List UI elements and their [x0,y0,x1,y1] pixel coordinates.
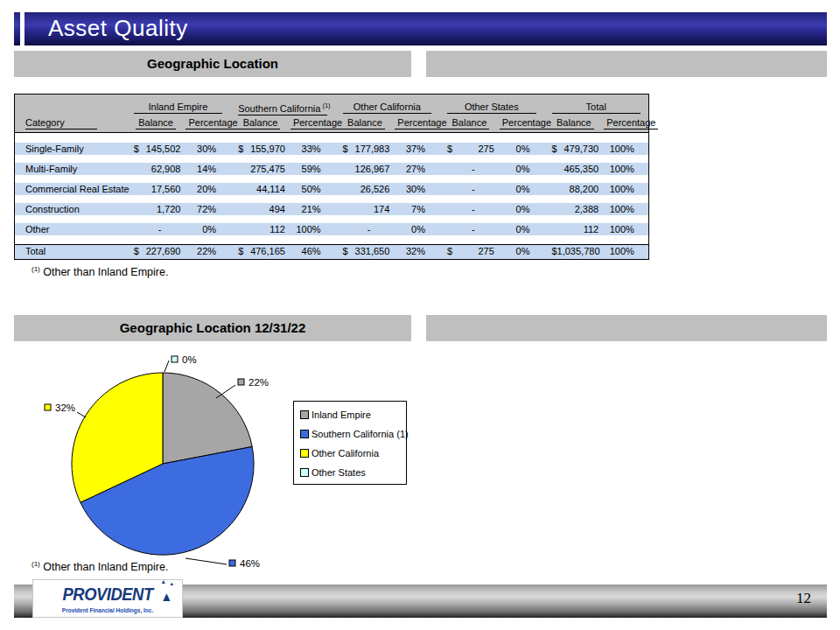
geographic-location-table: Inland EmpireSouthern California (1)Othe… [14,94,649,260]
pie-label-marker [238,379,244,385]
table-cell-percentage: 100% [604,183,648,195]
table-cell-balance: 62,908 [126,163,186,175]
table-cell-balance: $476,165 [230,245,290,259]
slide: Asset Quality Geographic Location Inland… [0,0,840,630]
mountain-icon: ▲ [160,590,172,603]
table-cell-percentage: 0% [500,183,544,195]
table-row: Commercial Real Estate17,56020%44,11450%… [15,183,648,195]
table-cell-balance: 88,200 [543,183,604,195]
legend-item: Other States [300,463,406,482]
table-cell-percentage: 72% [186,203,230,215]
table-cell-balance: - [439,223,500,235]
table-subheader-percentage: Percentage [395,117,439,130]
table-cell-percentage: 30% [395,183,439,195]
table-cell-balance: $145,502 [126,143,186,155]
pie-leader-line [216,385,235,398]
provident-logo-text: PROVIDENT [62,584,152,604]
section-header-table: Geographic Location [14,51,411,77]
pie-data-label: 32% [55,402,75,413]
legend-item: Southern California (1) [300,424,406,444]
table-cell-balance: - [126,223,186,235]
table-cell-balance: 1,720 [126,203,186,215]
table-cell-percentage: 0% [500,163,544,175]
table-cell-balance: 112 [543,223,604,235]
table-cell-percentage: 0% [500,203,544,215]
pie-chart-legend: Inland EmpireSouthern California (1)Othe… [293,401,407,485]
table-cell-percentage: 0% [500,245,544,259]
table-cell-balance: - [439,183,500,195]
table-cell-percentage: 0% [186,223,230,235]
legend-marker-icon [300,449,309,458]
table-cell-percentage: 37% [395,143,439,155]
pie-label-marker [45,404,51,410]
table-cell-balance: 174 [335,203,396,215]
table-cell-balance: $331,650 [335,245,396,259]
legend-marker-icon [300,468,309,477]
pie-label-marker [172,356,178,362]
legend-label: Other California [312,448,379,458]
table-group-header-3: Other California [335,102,439,116]
provident-logo-subtitle: Provident Financial Holdings, Inc. [33,607,182,613]
table-row: Single-Family$145,50230%$155,97033%$177,… [15,143,648,155]
table-cell-balance: 17,560 [126,183,186,195]
table-subheader-percentage: Percentage [604,117,648,130]
chart-footnote: (1) Other than Inland Empire. [32,560,168,573]
table-cell-balance: - [439,203,500,215]
geographic-location-pie-chart: 22%46%32%0% [26,350,306,578]
table-cell-balance: 44,114 [230,183,290,195]
table-cell-percentage: 59% [290,163,335,175]
table-row: Other-0%112100%-0%-0%112100% [15,223,648,235]
table-body: Single-Family$145,50230%$155,97033%$177,… [15,133,648,259]
legend-marker-icon [300,410,309,419]
table-group-header-2: Southern California (1) [230,102,334,116]
legend-label: Other States [312,467,366,478]
provident-logo: PROVIDENT ▲ ▲ ▲ Provident Financial Hold… [32,579,183,618]
table-category-header-cell: Category [15,117,126,130]
table-cell-percentage: 100% [604,163,648,175]
table-subheader-balance: Balance [335,117,396,130]
table-cell-percentage: 0% [500,223,544,235]
page-number: 12 [796,590,811,607]
table-cell-percentage: 0% [500,143,544,155]
table-subheader-percentage: Percentage [290,117,335,130]
table-group-header-row: Inland EmpireSouthern California (1)Othe… [15,102,648,116]
table-cell-percentage: 27% [395,163,439,175]
legend-label: Southern California (1) [312,429,409,439]
table-total-row: Total$227,69022%$476,16546%$331,65032%$2… [15,244,648,259]
table-cell-category: Other [15,223,126,235]
section-header-chart: Geographic Location 12/31/22 [14,315,411,341]
table-cell-balance: $275 [439,143,500,155]
table-cell-balance: $1,035,780 [543,245,604,259]
table-cell-balance: 494 [230,203,290,215]
pie-data-label: 22% [248,377,269,388]
table-header: Inland EmpireSouthern California (1)Othe… [15,94,648,133]
section-header-table-label: Geographic Location [14,51,411,77]
table-cell-percentage: 33% [290,143,335,155]
table-footnote-marker: (1) [32,265,40,273]
legend-item: Other California [300,444,406,463]
mountain-small-icon: ▲ [170,581,174,586]
table-cell-percentage: 20% [186,183,230,195]
table-cell-percentage: 100% [604,223,648,235]
table-category-header: Category [25,117,97,130]
table-cell-category: Multi-Family [15,163,126,175]
table-footnote: (1) Other than Inland Empire. [32,265,168,278]
pie-leader-line [186,558,227,564]
legend-item: Inland Empire [300,405,406,424]
table-group-header-4: Other States [439,102,543,116]
pie-data-label: 0% [182,354,197,365]
table-cell-balance: $177,983 [335,143,396,155]
table-cell-balance: 26,526 [335,183,396,195]
table-cell-category: Single-Family [15,143,126,155]
legend-marker-icon [300,430,309,438]
table-cell-percentage: 100% [604,245,648,259]
table-subheader-row: Category BalancePercentageBalancePercent… [15,117,648,130]
pie-label-marker [229,560,235,566]
legend-label: Inland Empire [312,410,371,420]
table-subheader-balance: Balance [126,117,186,130]
table-cell-category: Construction [15,203,126,215]
table-cell-balance: 465,350 [543,163,604,175]
table-cell-category: Total [15,245,126,259]
table-subheader-balance: Balance [543,117,604,130]
mountain-small-icon: ▲ [160,578,165,584]
